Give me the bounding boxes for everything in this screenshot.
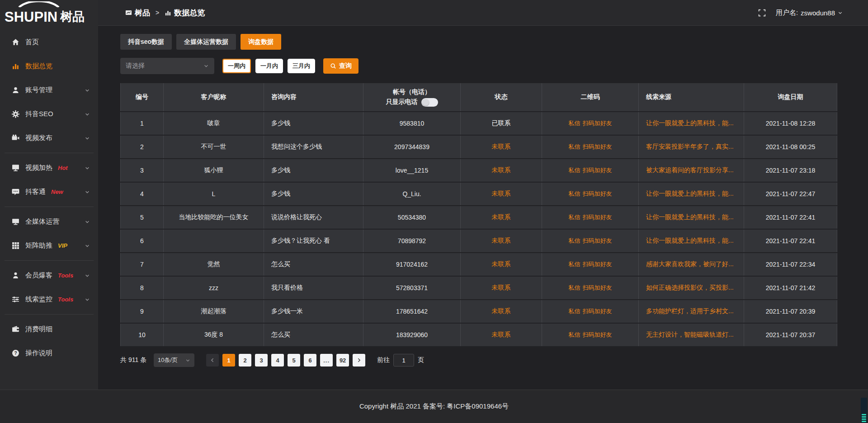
sidebar-item-consumption-detail[interactable]: 消费明细 <box>0 317 98 341</box>
total-count: 共 911 条 <box>120 356 146 364</box>
goto-label: 前往 <box>377 356 390 364</box>
source-link[interactable]: 如何正确选择投影仪，买投影... <box>646 284 734 292</box>
qr-scan-add-friend-link[interactable]: 扫码加好友 <box>583 190 612 197</box>
qr-private-message-link[interactable]: 私信 <box>569 120 580 127</box>
sidebar-item-label: 数据总览 <box>25 62 52 70</box>
cell-source: 让你一眼就爱上的黑科技，能... <box>639 230 744 252</box>
tab-douyin-seo-data[interactable]: 抖音seo数据 <box>120 34 172 50</box>
cell-qrcode: 私信扫码加好友 <box>542 230 639 252</box>
table-row: 2 不可一世 我想问这个多少钱 2097344839 未联系 私信扫码加好友 客… <box>120 136 837 158</box>
sidebar-item-home[interactable]: 首页 <box>0 30 98 54</box>
cell-status: 未联系 <box>461 300 542 323</box>
page-button-4[interactable]: 4 <box>271 354 284 367</box>
cell-content: 我想问这个多少钱 <box>264 136 363 158</box>
breadcrumb-item-home[interactable]: 树品 <box>125 8 150 18</box>
qr-private-message-link[interactable]: 私信 <box>569 190 580 197</box>
cell-qrcode: 私信扫码加好友 <box>542 159 639 182</box>
source-link[interactable]: 让你一眼就爱上的黑科技，能... <box>646 237 734 245</box>
sidebar-item-badge: Hot <box>58 164 68 171</box>
goto-page: 前往 页 <box>377 354 424 367</box>
source-link[interactable]: 客厅安装投影半年多了，真实... <box>646 143 734 151</box>
sidebar-item-video-publish[interactable]: 视频发布 <box>0 126 98 150</box>
sidebar-item-member-blast[interactable]: 会员爆客 Tools <box>0 263 98 287</box>
qr-scan-add-friend-link[interactable]: 扫码加好友 <box>583 284 612 291</box>
cell-content: 怎么买 <box>264 253 363 276</box>
qr-scan-add-friend-link[interactable]: 扫码加好友 <box>583 167 612 174</box>
sidebar-item-account-management[interactable]: 账号管理 <box>0 78 98 102</box>
qr-private-message-link[interactable]: 私信 <box>569 284 580 291</box>
source-link[interactable]: 感谢大家喜欢我家，被问了好... <box>646 260 734 268</box>
gear-icon <box>12 110 19 118</box>
cell-nickname <box>164 230 264 252</box>
filter-select[interactable]: 请选择 <box>120 58 214 74</box>
user-menu[interactable]: 用户名: zswodun88 <box>776 9 843 17</box>
corner-widget[interactable] <box>861 398 867 423</box>
goto-page-input[interactable] <box>393 354 414 367</box>
sidebar-item-douketong[interactable]: 抖客通 New <box>0 180 98 204</box>
qr-private-message-link[interactable]: 私信 <box>569 214 580 221</box>
page-button-6[interactable]: 6 <box>304 354 316 367</box>
qr-scan-add-friend-link[interactable]: 扫码加好友 <box>583 331 612 338</box>
fullscreen-icon[interactable] <box>758 9 766 17</box>
sidebar-item-label: 抖音SEO <box>25 110 53 118</box>
sidebar-item-clue-monitor[interactable]: 线索监控 Tools <box>0 287 98 311</box>
sidebar-item-badge: Tools <box>58 272 73 279</box>
qr-private-message-link[interactable]: 私信 <box>569 308 580 315</box>
range-button-quarter[interactable]: 三月内 <box>288 59 315 73</box>
qr-scan-add-friend-link[interactable]: 扫码加好友 <box>583 237 612 244</box>
page-button-3[interactable]: 3 <box>255 354 268 367</box>
breadcrumb: 树品 > 数据总览 <box>125 8 205 18</box>
cell-status: 未联系 <box>461 183 542 205</box>
qr-scan-add-friend-link[interactable]: 扫码加好友 <box>583 143 612 150</box>
footer: Copyright 树品 2021 备案号: 粤ICP备09019646号 <box>0 390 868 423</box>
sidebar-item-video-heat[interactable]: 视频加热 Hot <box>0 156 98 180</box>
page-size-select[interactable]: 10条/页 <box>154 353 194 367</box>
arrow-left-icon <box>210 357 215 363</box>
qr-scan-add-friend-link[interactable]: 扫码加好友 <box>583 214 612 221</box>
sidebar-item-badge: New <box>51 188 63 195</box>
table-body: 1 啵章 多少钱 9583810 已联系 私信扫码加好友 让你一眼就爱上的黑科技… <box>120 112 837 346</box>
qr-private-message-link[interactable]: 私信 <box>569 261 580 268</box>
cell-nickname: zzz <box>164 277 264 299</box>
username-label: 用户名: <box>776 9 798 17</box>
qr-private-message-link[interactable]: 私信 <box>569 237 580 244</box>
qr-private-message-link[interactable]: 私信 <box>569 331 580 338</box>
prev-page-button[interactable] <box>206 354 219 367</box>
table-header: 编号 客户昵称 咨询内容 帐号（电话） 只显示电话 状态 二维码 线索来源 <box>120 83 837 111</box>
source-link[interactable]: 被大家追着问的客厅投影分享... <box>646 166 734 174</box>
sidebar-divider <box>5 260 94 261</box>
sidebar-item-data-overview[interactable]: 数据总览 <box>0 54 98 78</box>
source-link[interactable]: 无主灯设计，智能磁吸轨道灯... <box>646 331 734 339</box>
cell-date: 2021-11-07 20:37 <box>744 324 837 346</box>
qr-private-message-link[interactable]: 私信 <box>569 143 580 150</box>
source-link[interactable]: 多功能护栏灯，适用于乡村文... <box>646 307 734 315</box>
page-button-5[interactable]: 5 <box>288 354 300 367</box>
next-page-button[interactable] <box>353 354 365 367</box>
tab-inquiry-data[interactable]: 询盘数据 <box>241 34 281 50</box>
breadcrumb-item-current[interactable]: 数据总览 <box>165 8 205 18</box>
source-link[interactable]: 让你一眼就爱上的黑科技，能... <box>646 190 734 198</box>
sidebar-item-douyin-seo[interactable]: 抖音SEO <box>0 102 98 126</box>
page-button-92[interactable]: 92 <box>336 354 349 367</box>
tab-media-ops-data[interactable]: 全媒体运营数据 <box>176 34 236 50</box>
main-area: 树品 > 数据总览 用户名: zswodun88 抖音seo数据全媒体运营数据询… <box>98 0 868 390</box>
page-button-2[interactable]: 2 <box>239 354 251 367</box>
page-button-1[interactable]: 1 <box>222 354 235 367</box>
range-button-week[interactable]: 一周内 <box>222 59 251 73</box>
sidebar-item-media-operation[interactable]: 全媒体运营 <box>0 210 98 234</box>
sidebar-item-operation-guide[interactable]: ? 操作说明 <box>0 341 98 365</box>
cell-account: 2097344839 <box>363 136 461 158</box>
source-link[interactable]: 让你一眼就爱上的黑科技，能... <box>646 119 734 127</box>
qr-scan-add-friend-link[interactable]: 扫码加好友 <box>583 120 612 127</box>
phone-only-toggle[interactable] <box>421 98 438 107</box>
qr-scan-add-friend-link[interactable]: 扫码加好友 <box>583 261 612 268</box>
cell-qrcode: 私信扫码加好友 <box>542 183 639 205</box>
table-row: 9 潮起潮落 多少钱一米 178651642 未联系 私信扫码加好友 多功能护栏… <box>120 300 837 323</box>
qr-scan-add-friend-link[interactable]: 扫码加好友 <box>583 308 612 315</box>
page-more-button[interactable]: ... <box>320 354 333 367</box>
search-button[interactable]: 查询 <box>323 58 359 74</box>
qr-private-message-link[interactable]: 私信 <box>569 167 580 174</box>
source-link[interactable]: 让你一眼就爱上的黑科技，能... <box>646 213 734 221</box>
sidebar-item-matrix-boost[interactable]: 矩阵助推 VIP <box>0 234 98 258</box>
range-button-month[interactable]: 一月内 <box>255 59 283 73</box>
